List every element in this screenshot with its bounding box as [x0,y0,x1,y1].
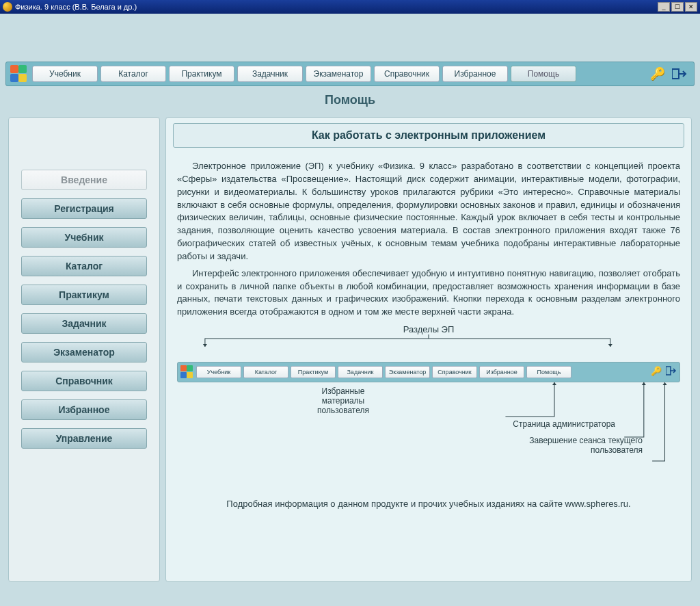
diagram-sections-label: Разделы ЭП [173,324,684,334]
nav-exam[interactable]: Экзаменатор [306,66,371,82]
logout-icon[interactable] [672,66,687,81]
nav-favorites[interactable]: Избранное [442,66,508,82]
callout-logout: Завершение сеанса текущего пользователя [177,436,673,455]
footer-note: Подробная информация о данном продукте и… [173,499,684,509]
logo-icon [10,65,28,83]
sidebar-item-registration[interactable]: Регистрация [21,198,147,219]
nav-reference[interactable]: Справочник [374,66,440,82]
content-title: Как работать с электронным приложением [173,123,684,148]
mini-logout-icon [666,366,677,378]
mini-nav-exam: Экзаменатор [385,366,430,378]
mini-nav-help: Помощь [526,366,571,378]
admin-key-icon[interactable]: 🔑 [650,66,665,81]
nav-tasks[interactable]: Задачник [237,66,303,82]
svg-rect-0 [672,69,679,79]
sidebar-item-textbook[interactable]: Учебник [21,227,147,248]
svg-rect-1 [666,367,671,375]
content-panel: Как работать с электронным приложением Э… [165,117,692,582]
mini-nav-tasks: Задачник [338,366,383,378]
nav-catalog[interactable]: Каталог [100,66,166,82]
mini-admin-key-icon: 🔑 [651,366,662,378]
top-navbar: Учебник Каталог Практикум Задачник Экзам… [5,62,695,86]
sidebar-item-catalog[interactable]: Каталог [21,256,147,276]
sidebar-item-practicum[interactable]: Практикум [21,285,147,305]
diagram-navbar: Учебник Каталог Практикум Задачник Экзам… [177,362,680,382]
help-sidebar: Введение Регистрация Учебник Каталог Пра… [8,117,160,582]
close-button[interactable]: ✕ [685,2,697,12]
sidebar-item-intro[interactable]: Введение [21,170,147,190]
sidebar-item-favorites[interactable]: Избранное [21,399,147,420]
minimize-button[interactable]: _ [658,2,670,12]
nav-textbook[interactable]: Учебник [32,66,98,82]
nav-practicum[interactable]: Практикум [169,66,234,82]
content-body: Электронное приложение (ЭП) к учебнику «… [173,160,684,319]
callout-admin: Страница администратора [177,419,673,429]
nav-help[interactable]: Помощь [511,66,576,82]
app-icon [3,2,12,12]
sidebar-item-exam[interactable]: Экзаменатор [21,342,147,363]
mini-logo-icon [180,365,194,379]
callout-favorites: Избранные материалы пользователя [177,386,673,415]
mini-nav-catalog: Каталог [243,366,288,378]
paragraph-2: Интерфейс электронного приложения обеспе… [177,267,680,319]
sidebar-item-admin[interactable]: Управление [21,428,147,449]
sidebar-item-reference[interactable]: Справочник [21,371,147,391]
maximize-button[interactable]: ☐ [671,2,684,12]
mini-nav-reference: Справочник [432,366,477,378]
mini-nav-practicum: Практикум [291,366,336,378]
mini-nav-favorites: Избранное [479,366,524,378]
window-titlebar: Физика. 9 класс (В.В. Белага и др.) _ ☐ … [0,0,700,14]
sidebar-item-tasks[interactable]: Задачник [21,313,147,334]
paragraph-1: Электронное приложение (ЭП) к учебнику «… [177,160,680,263]
window-title: Физика. 9 класс (В.В. Белага и др.) [15,3,137,11]
page-subheader: Помощь [5,86,695,117]
mini-nav-textbook: Учебник [196,366,241,378]
